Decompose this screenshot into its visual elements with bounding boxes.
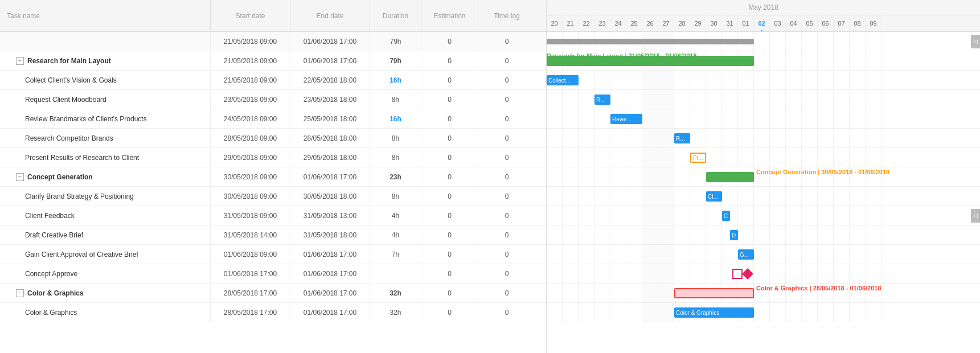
gantt-bar[interactable] xyxy=(706,172,754,182)
gantt-bg-cell xyxy=(818,129,834,147)
table-row: Collect Client's Vision & Goals21/05/201… xyxy=(0,71,546,90)
gantt-row: Collect... xyxy=(547,71,980,90)
gantt-bg-cell xyxy=(563,284,579,302)
gantt-row-bg xyxy=(547,129,980,147)
gantt-bg-cell xyxy=(547,109,563,128)
task-name: Client Feedback xyxy=(25,212,75,220)
gantt-day-cell: 29 xyxy=(690,15,706,31)
gantt-bg-cell xyxy=(866,90,881,109)
table-row: Clarify Brand Strategy & Positioning30/0… xyxy=(0,187,546,206)
end-cell: 23/05/2018 18:00 xyxy=(290,90,370,109)
expand-icon[interactable]: − xyxy=(16,173,24,181)
gantt-bg-cell xyxy=(722,71,738,89)
gantt-day-cell: 30 xyxy=(706,15,722,31)
estimation-cell: 0 xyxy=(421,129,478,147)
gantt-bg-cell xyxy=(547,206,563,225)
timelog-cell: 0 xyxy=(478,264,535,283)
gantt-bar[interactable] xyxy=(547,39,754,44)
task-cell: Clarify Brand Strategy & Positioning xyxy=(0,187,211,206)
gantt-day-cell: 03 xyxy=(770,15,786,31)
gantt-bg-cell xyxy=(594,206,610,225)
gantt-bar[interactable]: R... xyxy=(674,133,690,143)
gantt-bg-cell xyxy=(674,71,690,89)
gantt-bg-cell xyxy=(690,90,706,109)
gantt-bg-cell xyxy=(626,303,642,322)
gantt-bg-cell xyxy=(579,245,594,264)
gantt-bar[interactable]: Pr... xyxy=(690,153,706,163)
gantt-bg-cell xyxy=(754,187,770,206)
gantt-bar[interactable]: G... xyxy=(738,249,754,260)
table-row: Review Brandmarks of Client's Products24… xyxy=(0,109,546,129)
scroll-button[interactable]: ◁ xyxy=(971,35,980,48)
gantt-bg-cell xyxy=(786,303,802,322)
gantt-bar[interactable] xyxy=(674,288,754,298)
start-cell: 28/05/2018 17:00 xyxy=(211,303,290,322)
expand-icon[interactable]: − xyxy=(16,57,24,65)
gantt-bg-cell xyxy=(626,225,642,244)
bar-label: Pr... xyxy=(693,155,703,161)
gantt-bg-cell xyxy=(786,51,802,70)
expand-icon[interactable]: − xyxy=(16,289,24,297)
gantt-bg-cell xyxy=(834,90,850,109)
gantt-bg-cell xyxy=(754,51,770,70)
gantt-bg-cell xyxy=(866,129,881,147)
gantt-bg-cell xyxy=(850,245,866,264)
gantt-bar[interactable]: C xyxy=(722,211,730,221)
estimation-cell: 0 xyxy=(421,187,478,206)
duration-cell: 32h xyxy=(370,303,421,322)
task-name: Color & Graphics xyxy=(25,309,77,317)
gantt-bg-cell xyxy=(547,264,563,283)
gantt-bar[interactable]: R... xyxy=(594,95,610,105)
estimation-cell: 0 xyxy=(421,225,478,244)
task-name: Collect Client's Vision & Goals xyxy=(25,76,117,84)
gantt-bg-cell xyxy=(563,109,579,128)
gantt-bg-cell xyxy=(818,109,834,128)
gantt-label: Research for Main Layout | 21/05/2018 - … xyxy=(547,52,697,59)
gantt-row-bg xyxy=(547,71,980,89)
end-cell: 01/06/2018 17:00 xyxy=(290,284,370,302)
start-cell: 29/05/2018 09:00 xyxy=(211,148,290,167)
end-cell: 01/06/2018 17:00 xyxy=(290,245,370,264)
gantt-bar[interactable]: Collect... xyxy=(547,75,579,85)
table-row: Concept Approve01/06/2018 17:0001/06/201… xyxy=(0,264,546,284)
gantt-bg-cell xyxy=(706,129,722,147)
gantt-bg-cell xyxy=(690,264,706,283)
gantt-bg-cell xyxy=(579,71,594,89)
gantt-bg-cell xyxy=(754,71,770,89)
gantt-bg-cell xyxy=(738,206,754,225)
duration-cell: 23h xyxy=(370,167,421,186)
gantt-bar[interactable]: D xyxy=(730,230,738,240)
gantt-bg-cell xyxy=(690,109,706,128)
gantt-bg-cell xyxy=(866,32,881,51)
duration-cell: 4h xyxy=(370,206,421,225)
table-row: −Color & Graphics28/05/2018 17:0001/06/2… xyxy=(0,284,546,303)
estimation-cell: 0 xyxy=(421,264,478,283)
gantt-bg-cell xyxy=(754,264,770,283)
gantt-bg-cell xyxy=(802,51,818,70)
col-header-task: Task name xyxy=(0,0,211,31)
estimation-cell: 0 xyxy=(421,303,478,322)
gantt-bar[interactable]: Cl... xyxy=(706,191,722,202)
gantt-bg-cell xyxy=(834,71,850,89)
gantt-bg-cell xyxy=(658,225,674,244)
gantt-bg-cell xyxy=(850,109,866,128)
gantt-bg-cell xyxy=(770,90,786,109)
gantt-bg-cell xyxy=(770,225,786,244)
gantt-bg-cell xyxy=(610,206,626,225)
gantt-bg-cell xyxy=(850,303,866,322)
gantt-bg-cell xyxy=(626,71,642,89)
gantt-row: ◁ xyxy=(547,32,980,51)
gantt-bar[interactable]: Revie... xyxy=(610,114,642,124)
gantt-bg-cell xyxy=(610,284,626,302)
end-cell: 01/06/2018 17:00 xyxy=(290,167,370,186)
gantt-row-bg xyxy=(547,206,980,225)
timelog-cell: 0 xyxy=(478,32,535,51)
table-row: Color & Graphics28/05/2018 17:0001/06/20… xyxy=(0,303,546,322)
scroll-button[interactable]: ◁ xyxy=(971,209,980,223)
duration-cell: 8h xyxy=(370,148,421,167)
gantt-bg-cell xyxy=(818,90,834,109)
gantt-bg-cell xyxy=(642,129,658,147)
gantt-bg-cell xyxy=(738,90,754,109)
gantt-bg-cell xyxy=(722,148,738,167)
gantt-bar[interactable]: Color & Graphics xyxy=(674,307,754,318)
